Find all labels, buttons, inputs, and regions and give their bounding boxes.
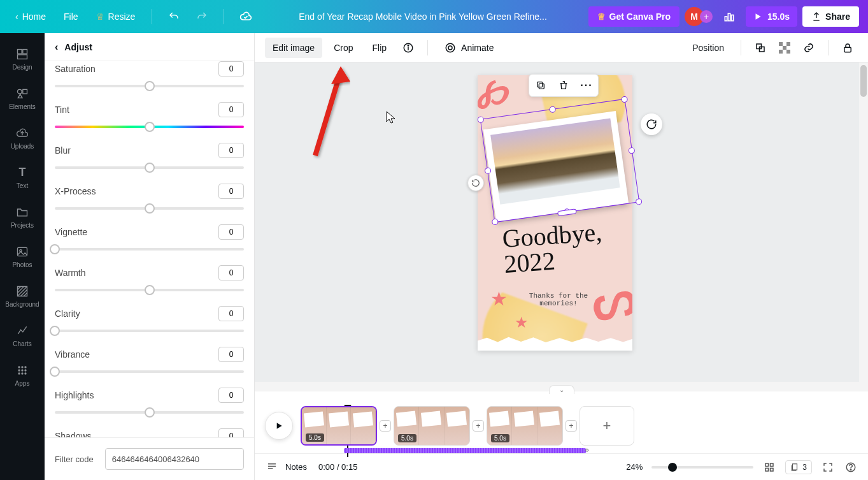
adjustment-slider[interactable] bbox=[55, 120, 244, 134]
adjustment-value-input[interactable] bbox=[218, 265, 244, 280]
rail-apps[interactable]: Apps bbox=[0, 356, 45, 394]
slider-thumb[interactable] bbox=[145, 163, 155, 173]
fullscreen-button[interactable] bbox=[821, 460, 835, 474]
undo-button[interactable] bbox=[162, 5, 185, 28]
rotate-handle[interactable] bbox=[467, 175, 484, 191]
rail-design[interactable]: Design bbox=[0, 40, 45, 78]
adjustment-slider[interactable] bbox=[55, 242, 244, 256]
slider-thumb[interactable] bbox=[145, 122, 155, 132]
duplicate-button[interactable] bbox=[529, 75, 552, 96]
add-transition-button[interactable]: + bbox=[566, 420, 577, 432]
adjustment-slider[interactable] bbox=[55, 161, 244, 175]
rail-background[interactable]: Background bbox=[0, 277, 45, 315]
resize-handle[interactable] bbox=[628, 147, 635, 154]
slider-thumb[interactable] bbox=[145, 203, 155, 214]
present-button[interactable]: 15.0s bbox=[746, 6, 797, 27]
share-button[interactable]: Share bbox=[802, 6, 859, 27]
adjustment-value-input[interactable] bbox=[218, 61, 244, 76]
adjustment-value-input[interactable] bbox=[218, 102, 244, 117]
insights-button[interactable] bbox=[718, 5, 741, 28]
adjustment-value-input[interactable] bbox=[218, 143, 244, 158]
notes-label[interactable]: Notes bbox=[285, 462, 307, 472]
grid-view-button[interactable] bbox=[762, 460, 776, 474]
redo-button[interactable] bbox=[190, 5, 213, 28]
play-button[interactable] bbox=[265, 412, 293, 440]
back-button[interactable]: ‹ bbox=[55, 41, 58, 53]
heading-text[interactable]: Goodbye, 2022 bbox=[501, 217, 632, 277]
zoom-thumb[interactable] bbox=[668, 463, 677, 472]
notes-button[interactable] bbox=[265, 460, 279, 474]
audio-track[interactable] bbox=[344, 448, 586, 453]
add-transition-button[interactable]: + bbox=[380, 420, 391, 432]
slider-thumb[interactable] bbox=[145, 407, 155, 418]
timeline-clip[interactable]: 5.0s bbox=[301, 406, 377, 446]
rail-charts[interactable]: Charts bbox=[0, 316, 45, 354]
animate-button[interactable]: Animate bbox=[437, 37, 501, 59]
scroll-thumb[interactable] bbox=[860, 65, 867, 97]
adjustment-slider[interactable] bbox=[55, 201, 244, 215]
panel-body[interactable]: Saturation Tint Blur X-Process bbox=[45, 52, 254, 437]
slider-thumb[interactable] bbox=[50, 244, 60, 254]
crop-button[interactable]: Crop bbox=[326, 38, 360, 58]
adjustment-value-input[interactable] bbox=[218, 306, 244, 321]
link-icon bbox=[803, 42, 815, 54]
resize-handle[interactable] bbox=[477, 116, 484, 123]
adjustment-slider[interactable] bbox=[55, 405, 244, 419]
home-button[interactable]: ‹ Home bbox=[9, 8, 52, 25]
info-button[interactable] bbox=[398, 38, 418, 58]
rail-photos[interactable]: Photos bbox=[0, 237, 45, 275]
timeline-clip[interactable]: 5.0s bbox=[487, 406, 563, 446]
adjustment-value-input[interactable] bbox=[218, 224, 244, 240]
add-member-button[interactable]: + bbox=[700, 10, 713, 23]
resize-handle[interactable] bbox=[636, 198, 643, 205]
color-picker-button[interactable] bbox=[750, 38, 771, 58]
adjustment-slider[interactable] bbox=[55, 365, 244, 379]
lock-button[interactable] bbox=[837, 38, 858, 58]
adjustment-value-input[interactable] bbox=[218, 388, 244, 403]
timeline-clip[interactable]: 5.0s bbox=[394, 406, 470, 446]
cloud-sync-button[interactable] bbox=[234, 5, 257, 28]
get-pro-button[interactable]: ♕ Get Canva Pro bbox=[588, 6, 679, 27]
document-title[interactable]: End of Year Recap Mobile Video in Pink Y… bbox=[257, 11, 588, 22]
file-menu[interactable]: File bbox=[57, 8, 85, 25]
page-count-button[interactable]: 3 bbox=[785, 460, 812, 474]
filter-code-input[interactable] bbox=[105, 448, 244, 470]
subtext[interactable]: Thanks for the memories! bbox=[517, 292, 600, 307]
adjustment-slider[interactable] bbox=[55, 324, 244, 338]
regenerate-button[interactable] bbox=[641, 113, 662, 135]
resize-button[interactable]: ♕ Resize bbox=[90, 8, 142, 25]
adjustment-value-input[interactable] bbox=[218, 347, 244, 362]
link-button[interactable] bbox=[799, 38, 819, 58]
resize-handle[interactable] bbox=[549, 106, 556, 113]
adjustment-value-input[interactable] bbox=[218, 184, 244, 199]
adjustment-slider[interactable] bbox=[55, 283, 244, 297]
svg-rect-39 bbox=[793, 463, 797, 469]
adjustment-label: Tint bbox=[55, 105, 69, 115]
delete-button[interactable] bbox=[552, 75, 575, 96]
adjustment-value-input[interactable] bbox=[218, 428, 244, 437]
rail-projects[interactable]: Projects bbox=[0, 198, 45, 236]
canvas-area[interactable]: ℘ ᔕ ★ ★ Goodbye, 2022 Thanks for the mem… bbox=[255, 62, 868, 382]
collapse-timeline-button[interactable]: ⌄ bbox=[549, 385, 574, 394]
resize-handle[interactable] bbox=[484, 167, 491, 174]
clips-track[interactable]: 5.0s+ 5.0s+ 5.0s++⋄ bbox=[301, 406, 634, 446]
position-button[interactable]: Position bbox=[685, 38, 732, 58]
rail-uploads[interactable]: Uploads bbox=[0, 119, 45, 157]
rail-elements[interactable]: Elements bbox=[0, 79, 45, 117]
add-transition-button[interactable]: + bbox=[473, 420, 484, 432]
rail-text[interactable]: T Text bbox=[0, 158, 45, 196]
transparency-button[interactable] bbox=[774, 38, 795, 58]
flip-button[interactable]: Flip bbox=[365, 38, 395, 58]
selection-box[interactable] bbox=[480, 99, 640, 222]
slider-thumb[interactable] bbox=[145, 81, 155, 91]
add-page-button[interactable]: + bbox=[580, 406, 634, 446]
zoom-slider[interactable] bbox=[651, 466, 753, 469]
more-button[interactable]: ··· bbox=[575, 75, 598, 96]
slider-thumb[interactable] bbox=[145, 285, 155, 295]
slider-thumb[interactable] bbox=[50, 367, 60, 377]
slider-thumb[interactable] bbox=[50, 326, 60, 336]
vertical-scrollbar[interactable] bbox=[859, 62, 868, 382]
edit-image-button[interactable]: Edit image bbox=[265, 38, 322, 58]
help-button[interactable] bbox=[844, 460, 858, 474]
adjustment-slider[interactable] bbox=[55, 79, 244, 93]
